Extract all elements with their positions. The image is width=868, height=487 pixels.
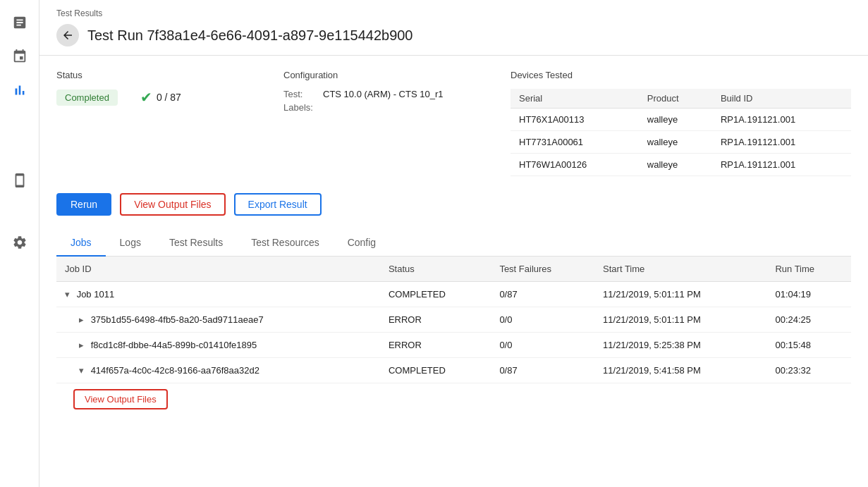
expand-icon[interactable]: ▸ (79, 314, 84, 325)
job-id-label: Job 1011 (77, 289, 115, 300)
back-button[interactable] (56, 24, 79, 47)
sidebar-item-test-results[interactable] (6, 8, 34, 37)
devices-label: Devices Tested (511, 70, 851, 80)
jobs-col-status: Status (380, 257, 491, 282)
job-status: ERROR (380, 333, 491, 358)
info-section: Status Completed ✔ 0 / 87 Configuration … (56, 70, 851, 176)
job-run-time: 00:23:32 (766, 358, 851, 383)
job-run-time: 00:24:25 (766, 307, 851, 333)
sidebar-item-devices[interactable] (6, 166, 34, 195)
job-id-label: 375b1d55-6498-4fb5-8a20-5ad9711aeae7 (91, 314, 264, 325)
header: Test Results Test Run 7f38a1e4-6e66-4091… (39, 0, 868, 56)
breadcrumb: Test Results (56, 8, 851, 18)
tab-test-resources[interactable]: Test Resources (237, 230, 333, 257)
check-circle-icon: ✔ (140, 89, 152, 106)
device-row: HT76W1A00126 walleye RP1A.191121.001 (511, 154, 851, 176)
sidebar-item-schedule[interactable] (6, 42, 34, 70)
content-area: Status Completed ✔ 0 / 87 Configuration … (39, 56, 868, 487)
config-test-row: Test: CTS 10.0 (ARM) - CTS 10_r1 (283, 89, 511, 99)
job-id-cell: ▾ 414f657a-4c0c-42c8-9166-aa76f8aa32d2 (56, 358, 380, 383)
device-row: HT7731A00061 walleye RP1A.191121.001 (511, 131, 851, 154)
job-start-time: 11/21/2019, 5:41:58 PM (594, 358, 766, 383)
job-start-time: 11/21/2019, 5:25:38 PM (594, 333, 766, 358)
tab-test-results[interactable]: Test Results (155, 230, 237, 257)
tab-jobs[interactable]: Jobs (56, 230, 106, 257)
devices-col-build-id: Build ID (712, 89, 851, 109)
device-build-id: RP1A.191121.001 (712, 154, 851, 176)
devices-col-serial: Serial (511, 89, 639, 109)
job-id-cell: ▸ 375b1d55-6498-4fb5-8a20-5ad9711aeae7 (56, 307, 380, 333)
page-title: Test Run 7f38a1e4-6e66-4091-a897-9e11544… (87, 27, 413, 44)
table-row: ▾ 414f657a-4c0c-42c8-9166-aa76f8aa32d2 C… (56, 358, 851, 383)
config-block: Configuration Test: CTS 10.0 (ARM) - CTS… (283, 70, 511, 176)
job-test-failures: 0/87 (491, 282, 594, 307)
device-build-id: RP1A.191121.001 (712, 109, 851, 131)
job-status: ERROR (380, 307, 491, 333)
jobs-table-header: Job ID Status Test Failures Start Time R… (56, 257, 851, 282)
device-product: walleye (639, 109, 712, 131)
job-start-time: 11/21/2019, 5:01:11 PM (594, 307, 766, 333)
device-serial: HT76W1A00126 (511, 154, 639, 176)
config-test-val: CTS 10.0 (ARM) - CTS 10_r1 (323, 89, 444, 99)
job-id-cell: ▸ f8cd1c8f-dbbe-44a5-899b-c01410fe1895 (56, 333, 380, 358)
table-row: ▸ f8cd1c8f-dbbe-44a5-899b-c01410fe1895 E… (56, 333, 851, 358)
jobs-col-id: Job ID (56, 257, 380, 282)
view-output-files-button[interactable]: View Output Files (120, 193, 225, 216)
expand-icon[interactable]: ▸ (79, 340, 84, 350)
job-run-time: 00:15:48 (766, 333, 851, 358)
devices-section: Devices Tested Serial Product Build ID H… (511, 70, 851, 176)
job-status: COMPLETED (380, 282, 491, 307)
devices-table: Serial Product Build ID HT76X1A00113 wal… (511, 89, 851, 176)
config-label: Configuration (283, 70, 511, 80)
job-id-label: f8cd1c8f-dbbe-44a5-899b-c01410fe1895 (91, 340, 257, 350)
device-build-id: RP1A.191121.001 (712, 131, 851, 154)
device-serial: HT7731A00061 (511, 131, 639, 154)
status-block: Status Completed ✔ 0 / 87 (56, 70, 283, 176)
status-label: Status (56, 70, 283, 80)
jobs-table: Job ID Status Test Failures Start Time R… (56, 257, 851, 383)
device-serial: HT76X1A00113 (511, 109, 639, 131)
job-id-label: 414f657a-4c0c-42c8-9166-aa76f8aa32d2 (91, 365, 259, 376)
job-id-cell: ▾ Job 1011 (56, 282, 380, 307)
table-row: ▾ Job 1011 COMPLETED 0/87 11/21/2019, 5:… (56, 282, 851, 307)
jobs-col-failures: Test Failures (491, 257, 594, 282)
jobs-col-start-time: Start Time (594, 257, 766, 282)
device-product: walleye (639, 154, 712, 176)
rerun-button[interactable]: Rerun (56, 193, 111, 216)
tab-config[interactable]: Config (334, 230, 390, 257)
view-output-files-small-button[interactable]: View Output Files (73, 389, 168, 409)
job-test-failures: 0/0 (491, 333, 594, 358)
expand-icon[interactable]: ▾ (79, 365, 84, 376)
main-content: Test Results Test Run 7f38a1e4-6e66-4091… (39, 0, 868, 487)
pass-count: ✔ 0 / 87 (140, 89, 181, 106)
devices-col-product: Product (639, 89, 712, 109)
config-test-key: Test: (283, 89, 319, 99)
tabs-bar: Jobs Logs Test Results Test Resources Co… (56, 230, 851, 257)
status-badge: Completed (56, 90, 118, 106)
expand-icon[interactable]: ▾ (65, 289, 70, 300)
config-labels-key: Labels: (283, 102, 319, 113)
device-row: HT76X1A00113 walleye RP1A.191121.001 (511, 109, 851, 131)
title-row: Test Run 7f38a1e4-6e66-4091-a897-9e11544… (56, 24, 851, 55)
job-status: COMPLETED (380, 358, 491, 383)
job-test-failures: 0/0 (491, 307, 594, 333)
job-run-time: 01:04:19 (766, 282, 851, 307)
tab-logs[interactable]: Logs (106, 230, 155, 257)
sidebar-item-analytics[interactable] (6, 76, 34, 104)
view-output-small-container: View Output Files (56, 389, 851, 409)
sidebar (0, 0, 39, 487)
config-labels-row: Labels: (283, 102, 511, 113)
action-buttons: Rerun View Output Files Export Result (56, 193, 851, 216)
export-result-button[interactable]: Export Result (234, 193, 322, 216)
sidebar-item-settings[interactable] (6, 228, 34, 257)
jobs-col-run-time: Run Time (766, 257, 851, 282)
job-start-time: 11/21/2019, 5:01:11 PM (594, 282, 766, 307)
device-product: walleye (639, 131, 712, 154)
job-test-failures: 0/87 (491, 358, 594, 383)
table-row: ▸ 375b1d55-6498-4fb5-8a20-5ad9711aeae7 E… (56, 307, 851, 333)
